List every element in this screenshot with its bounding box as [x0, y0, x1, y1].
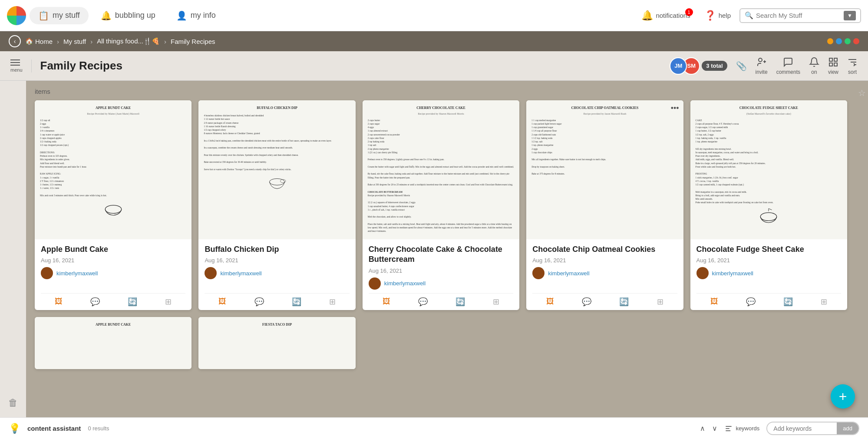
- toolbar: menu Family Recipes JM SM 3 total 📎 invi…: [0, 51, 868, 81]
- dot-blue: [836, 38, 842, 44]
- svg-point-0: [759, 58, 762, 62]
- username: kimberlymaxwell: [56, 270, 98, 277]
- image-action-button[interactable]: 🖼: [710, 297, 718, 306]
- toolbar-actions: JM SM 3 total 📎 invite comments on view …: [670, 57, 858, 75]
- card-actions: 🖼 💬 🔄 ⊞: [690, 294, 847, 310]
- more-action-button[interactable]: ⊞: [329, 297, 336, 307]
- card-info-fudge: Chocolate Fudge Sheet Cake Aug 16, 2021 …: [690, 239, 847, 293]
- card-image-apple-bundt[interactable]: APPLE BUNDT CAKE Recipe Provided by Main…: [35, 100, 191, 239]
- more-action-button[interactable]: ⊞: [493, 297, 499, 307]
- search-input[interactable]: [756, 12, 844, 19]
- back-button[interactable]: ‹: [9, 35, 21, 47]
- chevron-down-icon[interactable]: ∨: [712, 424, 717, 432]
- card-partial-1[interactable]: APPLE BUNDT CAKE: [35, 317, 191, 369]
- search-bar[interactable]: 🔍 ▼: [739, 8, 861, 23]
- avatar-total: 3 total: [702, 61, 727, 71]
- more-action-button[interactable]: ⊞: [821, 297, 827, 307]
- color-dots: [827, 38, 859, 44]
- card-date: Aug 16, 2021: [696, 257, 841, 264]
- card-image-buffalo[interactable]: BUFFALO CHICKEN DIP 4 boneless skinless …: [198, 100, 355, 239]
- star-button[interactable]: ☆: [858, 88, 866, 98]
- card-title: Chocolate Fudge Sheet Cake: [696, 244, 841, 254]
- comment-action-button[interactable]: 💬: [582, 297, 591, 307]
- share-action-button[interactable]: 🔄: [783, 297, 793, 307]
- comments-icon: [783, 57, 793, 67]
- breadcrumb-my-stuff[interactable]: My stuff: [63, 38, 86, 45]
- breadcrumb-home-label: Home: [35, 38, 53, 45]
- image-action-button[interactable]: 🖼: [383, 297, 390, 306]
- share-action-button[interactable]: 🔄: [455, 297, 465, 307]
- menu-button[interactable]: menu: [10, 59, 32, 73]
- help-button[interactable]: ❓ help: [699, 7, 736, 24]
- comments-button[interactable]: comments: [776, 57, 800, 75]
- nav-tab-my-info[interactable]: 👤 my info: [168, 7, 224, 24]
- breadcrumb-current: Family Recipes: [171, 38, 215, 45]
- comment-action-button[interactable]: 💬: [746, 297, 756, 307]
- cards-grid: APPLE BUNDT CAKE Recipe Provided by Main…: [35, 100, 847, 310]
- card-image-cherry[interactable]: CHERRY CHOCOLATE CAKE Recipe provided by…: [363, 100, 519, 239]
- dot-green: [845, 38, 851, 44]
- image-action-button[interactable]: 🖼: [55, 297, 63, 306]
- invite-button[interactable]: invite: [756, 57, 768, 75]
- more-action-button[interactable]: ⊞: [657, 297, 663, 307]
- top-navigation: 📋 my stuff 🔔 bubbling up 👤 my info 🔔 1 n…: [0, 0, 868, 31]
- card-image-oatmeal[interactable]: CHOCOLATE CHIP OATMEAL COOKIES Recipe pr…: [526, 100, 683, 239]
- cards-grid-partial: APPLE BUNDT CAKE FIESTA TACO DIP: [35, 317, 847, 369]
- notifications-button[interactable]: 🔔 1 notifications: [636, 7, 695, 24]
- share-action-button[interactable]: 🔄: [619, 297, 629, 307]
- more-action-button[interactable]: ⊞: [165, 297, 172, 307]
- card-info-buffalo: Buffalo Chicken Dip Aug 16, 2021 kimberl…: [198, 239, 355, 293]
- nav-tab-my-stuff[interactable]: 📋 my stuff: [30, 7, 89, 24]
- chevron-up-icon[interactable]: ∧: [700, 424, 705, 432]
- card-buffalo-chicken-dip: BUFFALO CHICKEN DIP 4 boneless skinless …: [198, 100, 355, 310]
- breadcrumb-folder[interactable]: All things food...🍴🍕: [97, 37, 160, 45]
- sort-button[interactable]: sort: [847, 57, 858, 75]
- page-title: Family Recipes: [40, 59, 670, 73]
- card-user[interactable]: kimberlymaxwell: [41, 267, 185, 279]
- comment-action-button[interactable]: 💬: [90, 297, 100, 307]
- menu-label: menu: [10, 67, 23, 73]
- share-action-button[interactable]: 🔄: [128, 297, 137, 307]
- main-content: 🗑 items APPLE BUNDT CAKE Recipe Provided…: [0, 81, 868, 417]
- card-info-cherry: Cherry Chocolate Cake & Chocolate Butter…: [363, 239, 519, 293]
- trash-button[interactable]: 🗑: [8, 397, 18, 409]
- card-partial-2[interactable]: FIESTA TACO DIP: [198, 317, 355, 369]
- bowl-illustration-2: [266, 175, 288, 192]
- collaborators[interactable]: JM SM 3 total: [670, 57, 727, 75]
- image-action-button[interactable]: 🖼: [218, 297, 226, 306]
- on-button[interactable]: on: [809, 57, 819, 75]
- fab-add-button[interactable]: +: [831, 384, 855, 409]
- sidebar-left: 🗑: [0, 81, 26, 417]
- nav-tab-my-info-label: my info: [191, 11, 216, 20]
- card-user[interactable]: kimberlymaxwell: [696, 267, 841, 279]
- nav-tab-bubbling-up[interactable]: 🔔 bubbling up: [92, 7, 164, 24]
- card-user[interactable]: kimberlymaxwell: [369, 277, 513, 290]
- nav-tab-bubbling-up-label: bubbling up: [115, 11, 155, 20]
- attachment-button[interactable]: 📎: [736, 61, 747, 71]
- keywords-label: keywords: [736, 425, 759, 432]
- comment-action-button[interactable]: 💬: [254, 297, 264, 307]
- assistant-icon: 💡: [9, 423, 20, 434]
- on-label: on: [811, 69, 817, 75]
- view-button[interactable]: view: [828, 57, 838, 75]
- comment-action-button[interactable]: 💬: [418, 297, 428, 307]
- image-action-button[interactable]: 🖼: [546, 297, 554, 306]
- card-chocolate-fudge: CHOCOLATE FUDGE SHEET CAKE (Stefan Maxwe…: [690, 100, 847, 310]
- card-user[interactable]: kimberlymaxwell: [205, 267, 349, 279]
- svg-point-12: [761, 212, 777, 221]
- items-label: items: [35, 88, 847, 95]
- keywords-button[interactable]: keywords: [724, 424, 759, 433]
- card-user[interactable]: kimberlymaxwell: [532, 267, 677, 279]
- card-more-button[interactable]: •••: [671, 104, 679, 113]
- view-icon: [828, 57, 838, 67]
- search-dropdown-button[interactable]: ▼: [844, 11, 856, 20]
- bottom-bar: 💡 content assistant 0 results ∧ ∨ keywor…: [0, 417, 868, 439]
- card-image-fudge[interactable]: CHOCOLATE FUDGE SHEET CAKE (Stefan Maxwe…: [690, 100, 847, 239]
- share-action-button[interactable]: 🔄: [292, 297, 301, 307]
- app-logo[interactable]: [7, 6, 26, 25]
- keywords-input[interactable]: [767, 423, 837, 434]
- svg-rect-5: [829, 63, 832, 66]
- keywords-add-button[interactable]: add: [837, 422, 858, 434]
- breadcrumb-home[interactable]: 🏠 Home: [25, 37, 53, 45]
- card-title: Apple Bundt Cake: [41, 244, 185, 254]
